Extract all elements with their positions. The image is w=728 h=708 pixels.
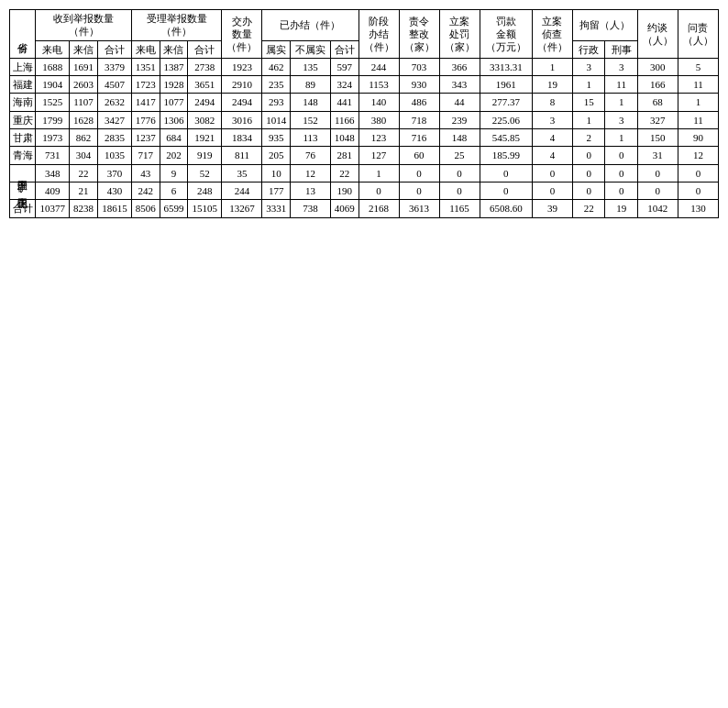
data-cell-fakuan: 6508.60 xyxy=(480,200,532,217)
table-row: 福建19042603450717231928365129102358932411… xyxy=(10,76,719,94)
data-cell-rec_laidiean: 242 xyxy=(132,182,160,199)
data-cell-rec_laidiean: 1351 xyxy=(132,58,160,75)
data-cell-jieduanban: 127 xyxy=(358,147,399,164)
data-cell-xingshi: 3 xyxy=(605,111,637,128)
data-cell-rec_total: 1921 xyxy=(188,129,222,147)
data-cell-jieduanban: 1 xyxy=(358,164,399,182)
data-cell-xingshi: 1 xyxy=(605,94,637,111)
province-cell: 青海 xyxy=(10,147,36,164)
data-cell-xingzheng: 3 xyxy=(572,58,604,75)
data-cell-xingshi: 19 xyxy=(605,200,637,217)
data-cell-shushi: 235 xyxy=(262,76,291,94)
data-cell-lichanfal: 343 xyxy=(439,76,480,94)
data-cell-laidianheld: 10377 xyxy=(36,200,70,217)
data-cell-rec_laidiean: 717 xyxy=(132,147,160,164)
data-cell-rec_laidiean: 8506 xyxy=(132,200,160,217)
data-cell-jieduanban: 0 xyxy=(358,182,399,199)
data-cell-jieduanban: 140 xyxy=(358,94,399,111)
data-cell-jieduanban: 244 xyxy=(358,58,399,75)
province-cell: 上海 xyxy=(10,58,36,75)
data-cell-fakuan: 545.85 xyxy=(480,129,532,147)
data-cell-xingzheng: 1 xyxy=(572,111,604,128)
data-cell-jieduanban: 123 xyxy=(358,129,399,147)
data-cell-jieduanban: 380 xyxy=(358,111,399,128)
data-cell-lichanfal: 25 xyxy=(439,147,480,164)
header-rectification: 责令整改（家） xyxy=(399,10,439,59)
data-cell-lichanfal: 148 xyxy=(439,129,480,147)
data-cell-total1: 430 xyxy=(97,182,131,199)
data-cell-xingshi: 3 xyxy=(605,58,637,75)
data-cell-jiaoban: 35 xyxy=(222,164,262,182)
data-cell-total_ban: 1166 xyxy=(330,111,358,128)
province-cell: 福建 xyxy=(10,76,36,94)
data-cell-zelingzhenggai: 716 xyxy=(399,129,439,147)
data-cell-laidianheld: 1973 xyxy=(36,129,70,147)
data-cell-licanzhenchach: 0 xyxy=(532,182,572,199)
data-cell-wenze: 1 xyxy=(678,94,718,111)
data-cell-total_ban: 22 xyxy=(330,164,358,182)
data-cell-total1: 4507 xyxy=(97,76,131,94)
header-jiaoban: 交办数量（件） xyxy=(222,10,262,59)
data-cell-rec_total: 3651 xyxy=(188,76,222,94)
data-cell-wenze: 5 xyxy=(678,58,718,75)
data-cell-rec_laixin: 202 xyxy=(160,147,188,164)
data-cell-fakuan: 225.06 xyxy=(480,111,532,128)
data-cell-jiaoban: 2910 xyxy=(222,76,262,94)
data-cell-yuetan: 1042 xyxy=(637,200,678,217)
data-cell-total1: 370 xyxy=(97,164,131,182)
data-cell-total_ban: 324 xyxy=(330,76,358,94)
data-cell-shushi: 293 xyxy=(262,94,291,111)
header-interview: 约谈（人） xyxy=(637,10,678,59)
data-cell-yuetan: 327 xyxy=(637,111,678,128)
data-cell-lichanfal: 1165 xyxy=(439,200,480,217)
header-received-total: 合计 xyxy=(97,40,131,58)
data-cell-rec_total: 3082 xyxy=(188,111,222,128)
data-cell-yuetan: 0 xyxy=(637,182,678,199)
data-cell-fakuan: 0 xyxy=(480,164,532,182)
data-cell-rec_laixin: 1387 xyxy=(160,58,188,75)
data-cell-fakuan: 0 xyxy=(480,182,532,199)
data-cell-licanzhenchach: 0 xyxy=(532,164,572,182)
data-cell-rec_total: 248 xyxy=(188,182,222,199)
data-cell-yuetan: 31 xyxy=(637,147,678,164)
data-cell-rec_laidiean: 1417 xyxy=(132,94,160,111)
data-cell-zelingzhenggai: 718 xyxy=(399,111,439,128)
data-cell-wenze: 0 xyxy=(678,182,718,199)
data-cell-licanzhenchach: 19 xyxy=(532,76,572,94)
data-cell-total1: 3427 xyxy=(97,111,131,128)
header-accepted-letter: 来信 xyxy=(160,40,188,58)
header-completed-unreal: 不属实 xyxy=(290,40,330,58)
data-cell-lichanfal: 366 xyxy=(439,58,480,75)
data-cell-yuetan: 68 xyxy=(637,94,678,111)
data-cell-shushi: 1014 xyxy=(262,111,291,128)
data-cell-rec_laidiean: 1776 xyxy=(132,111,160,128)
data-cell-xingzheng: 0 xyxy=(572,147,604,164)
table-row: 中国化工40921430242624824417713190000000000 xyxy=(10,182,719,199)
data-cell-laidianheld: 1525 xyxy=(36,94,70,111)
data-cell-yuetan: 300 xyxy=(637,58,678,75)
data-cell-total1: 3379 xyxy=(97,58,131,75)
header-completed-real: 属实 xyxy=(262,40,291,58)
data-cell-bushushi: 12 xyxy=(290,164,330,182)
data-cell-laixin: 1691 xyxy=(70,58,98,75)
header-detention: 拘留（人） xyxy=(572,10,637,41)
data-cell-total1: 18615 xyxy=(97,200,131,217)
data-cell-rec_total: 2738 xyxy=(188,58,222,75)
data-cell-jiaoban: 13267 xyxy=(222,200,262,217)
data-cell-xingzheng: 15 xyxy=(572,94,604,111)
data-cell-total_ban: 281 xyxy=(330,147,358,164)
data-cell-licanzhenchach: 4 xyxy=(532,129,572,147)
header-province: 省份 xyxy=(10,10,36,59)
data-cell-xingzheng: 22 xyxy=(572,200,604,217)
data-cell-licanzhenchach: 8 xyxy=(532,94,572,111)
main-table-wrapper: 省份 收到举报数量（件） 受理举报数量（件） 交办数量（件） 已办结（件） 阶段… xyxy=(9,9,719,218)
data-cell-rec_laixin: 6599 xyxy=(160,200,188,217)
data-cell-shushi: 935 xyxy=(262,129,291,147)
data-cell-jiaoban: 3016 xyxy=(222,111,262,128)
table-row: 上海16881691337913511387273819234621355972… xyxy=(10,58,719,75)
header-detention-criminal: 刑事 xyxy=(605,40,637,58)
table-row: 中国五矿348223704395235101222100000000 xyxy=(10,164,719,182)
data-cell-total1: 2632 xyxy=(97,94,131,111)
data-cell-laixin: 2603 xyxy=(70,76,98,94)
data-cell-bushushi: 13 xyxy=(290,182,330,199)
